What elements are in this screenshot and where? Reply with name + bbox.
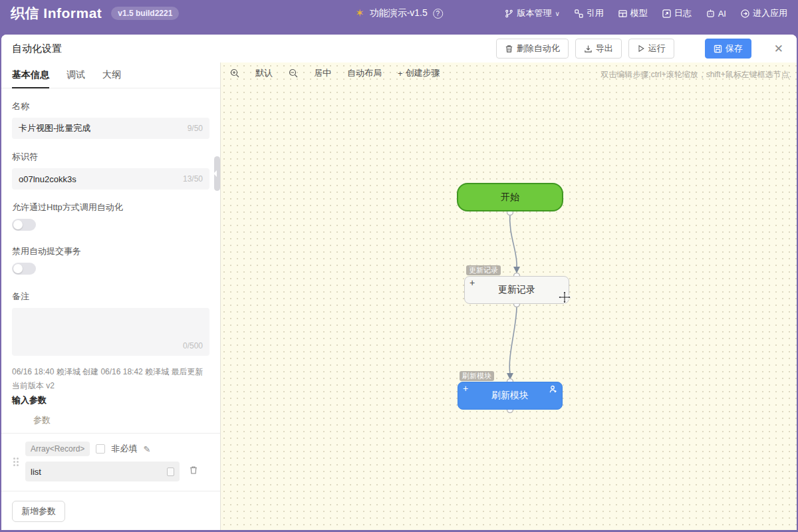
version-badge: v1.5 build2221 [111,7,179,20]
name-input[interactable]: 卡片视图-批量完成 9/50 [12,118,209,139]
node-refresh-label: 刷新模块 [491,390,529,402]
save-icon [714,45,722,53]
play-icon [637,45,645,53]
sidebar-collapse-handle[interactable] [214,156,220,191]
canvas-hint: 双击编辑步骤,ctrl+滚轮缩放，shift+鼠标左键框选节点. [600,69,791,80]
plus-icon: + [398,68,403,78]
node-refresh-badge: 刷新模块 [460,371,494,381]
nav-enter-app[interactable]: 进入应用 [741,7,787,19]
export-icon [584,45,593,53]
automation-settings-panel: 自动化设置 删除自动化 导出 运行 保存 ✕ 基本信息 [1,35,797,530]
name-counter: 9/50 [188,124,203,133]
topnav: 版本管理 ∨ 引用 模型 日志 AI 进入应用 [505,7,787,19]
optional-label: 非必填 [111,443,137,455]
move-cursor [557,290,572,307]
header-actions: 删除自动化 导出 运行 保存 ✕ [496,39,786,59]
current-version-text: 当前版本 v2 [12,379,209,393]
identifier-input[interactable]: o07lnu2cokk3s 13/50 [12,168,209,190]
doc-icon[interactable] [167,467,174,476]
name-value: 卡片视图-批量完成 [19,122,90,134]
node-update-badge: 更新记录 [466,265,501,275]
plus-icon[interactable]: + [463,383,468,394]
node-update-label: 更新记录 [498,284,535,296]
divider [1,491,220,491]
http-toggle-label: 允许通过Http方式调用自动化 [12,201,209,213]
param-name-input[interactable]: list [25,462,180,481]
ai-icon [706,9,715,18]
flow-canvas[interactable]: 默认 居中 自动布局 + 创建步骤 双击编辑步骤,ctrl+滚轮缩放，shift… [221,63,797,530]
input-params-title: 输入参数 [12,394,209,406]
nav-log[interactable]: 日志 [662,7,692,19]
created-updated-text: 06/16 18:40 赖泽城 创建 06/16 18:42 赖泽城 最后更新 [12,365,209,379]
table-icon [618,9,627,18]
close-icon[interactable]: ✕ [771,42,786,56]
panel-body: 基本信息 调试 大纲 名称 卡片视图-批量完成 9/50 标识符 o07lnu2… [1,63,797,530]
app-title-group: ✶ 功能演示-v1.5 ? [355,7,443,19]
enter-app-icon [741,9,749,18]
chevron-down-icon: ∨ [555,10,559,17]
name-label: 名称 [12,100,209,112]
zoom-out-icon [289,68,298,78]
app-title: 功能演示-v1.5 [370,7,428,19]
tab-debug[interactable]: 调试 [66,69,85,88]
required-checkbox[interactable] [96,444,105,454]
transaction-toggle[interactable] [12,263,36,275]
run-button[interactable]: 运行 [628,39,674,59]
user-plus-icon[interactable] [549,385,557,396]
export-button[interactable]: 导出 [575,39,622,59]
delete-automation-button[interactable]: 删除自动化 [496,39,569,59]
app-logo: 织信 Informat [11,4,102,23]
log-icon [662,9,671,18]
http-toggle[interactable] [12,219,36,231]
save-button[interactable]: 保存 [705,39,751,59]
identifier-value: o07lnu2cokk3s [19,174,76,184]
nav-model[interactable]: 模型 [618,7,648,19]
cite-icon [575,9,583,18]
panel-title: 自动化设置 [12,43,62,55]
param-top: Array<Record> 非必填 ✎ [25,442,209,456]
zoom-out-button[interactable] [289,68,298,78]
remark-counter: 0/500 [183,341,203,350]
tab-outline[interactable]: 大纲 [102,69,121,88]
param-row: Array<Record> 非必填 ✎ list [12,442,209,481]
settings-sidebar: 基本信息 调试 大纲 名称 卡片视图-批量完成 9/50 标识符 o07lnu2… [1,63,221,530]
nav-reference[interactable]: 引用 [575,7,604,19]
meta-info: 06/16 18:40 赖泽城 创建 06/16 18:42 赖泽城 最后更新 … [12,365,209,393]
plus-icon[interactable]: + [469,277,475,289]
nav-ai[interactable]: AI [706,9,726,19]
zoom-in-button[interactable] [230,68,239,78]
remark-textarea[interactable]: 0/500 [12,308,209,356]
param-type-pill[interactable]: Array<Record> [25,442,90,456]
param-bottom: list [25,462,209,481]
zoom-in-icon [230,68,239,78]
node-start-label: 开始 [501,192,519,203]
create-step-button[interactable]: + 创建步骤 [398,67,440,79]
center-button[interactable]: 居中 [314,67,331,79]
tab-basic-info[interactable]: 基本信息 [12,69,49,88]
sidebar-tabs: 基本信息 调试 大纲 [1,63,220,88]
toggle-knob [13,220,23,229]
identifier-counter: 13/50 [183,174,203,184]
toggle-knob [13,264,23,273]
zoom-default-button[interactable]: 默认 [255,67,273,79]
params-tab[interactable]: 参数 [33,414,209,433]
auto-layout-button[interactable]: 自动布局 [347,67,382,79]
star-icon: ✶ [355,8,364,19]
identifier-label: 标识符 [12,151,209,163]
node-refresh-module[interactable]: 刷新模块 + 刷新模块 [458,382,563,410]
remark-label: 备注 [12,291,209,303]
transaction-toggle-label: 禁用自动提交事务 [12,245,209,257]
edit-icon[interactable]: ✎ [143,444,150,454]
param-main: Array<Record> 非必填 ✎ list [25,442,209,481]
delete-param-icon[interactable] [189,466,198,477]
node-start[interactable]: 开始 [457,183,563,211]
canvas-toolbar: 默认 居中 自动布局 + 创建步骤 [230,67,440,79]
branch-icon [505,9,513,18]
nav-version-management[interactable]: 版本管理 ∨ [505,7,559,19]
param-name-value: list [31,467,41,477]
topbar: 织信 Informat v1.5 build2221 ✶ 功能演示-v1.5 ?… [0,0,798,27]
node-update-record[interactable]: 更新记录 + 更新记录 [464,276,569,304]
add-param-button[interactable]: 新增参数 [12,501,65,522]
drag-handle[interactable] [13,458,19,466]
help-icon[interactable]: ? [433,9,443,19]
